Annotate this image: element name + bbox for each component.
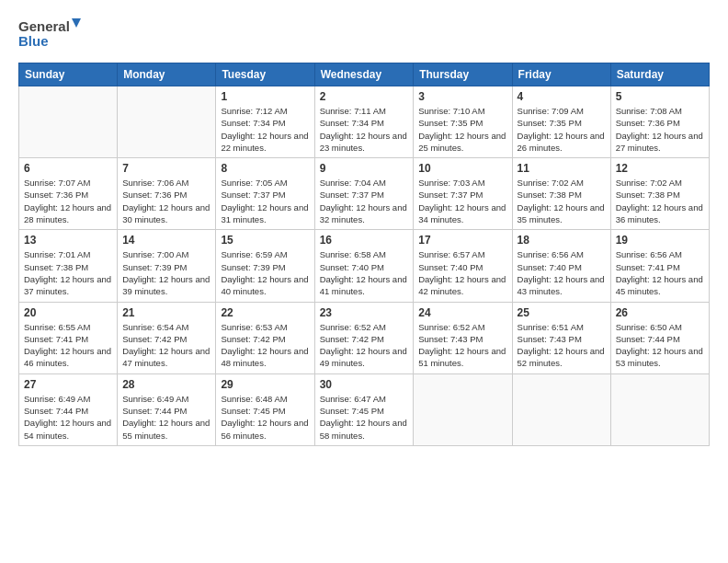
day-number: 8 — [221, 162, 309, 175]
day-info: Sunrise: 7:03 AM Sunset: 7:37 PM Dayligh… — [418, 177, 506, 225]
page-header: General Blue — [18, 15, 710, 55]
day-number: 2 — [320, 90, 409, 103]
day-number: 3 — [418, 90, 506, 103]
calendar-cell: 2Sunrise: 7:11 AM Sunset: 7:34 PM Daylig… — [314, 86, 414, 158]
day-info: Sunrise: 6:48 AM Sunset: 7:45 PM Dayligh… — [221, 393, 309, 442]
day-info: Sunrise: 6:49 AM Sunset: 7:44 PM Dayligh… — [24, 393, 112, 442]
calendar-cell: 6Sunrise: 7:07 AM Sunset: 7:36 PM Daylig… — [19, 158, 118, 230]
calendar-cell: 28Sunrise: 6:49 AM Sunset: 7:44 PM Dayli… — [118, 373, 216, 445]
calendar-cell: 27Sunrise: 6:49 AM Sunset: 7:44 PM Dayli… — [19, 373, 118, 445]
day-number: 28 — [122, 378, 210, 391]
calendar-cell: 14Sunrise: 7:00 AM Sunset: 7:39 PM Dayli… — [118, 230, 216, 302]
calendar-cell: 17Sunrise: 6:57 AM Sunset: 7:40 PM Dayli… — [414, 230, 512, 302]
calendar-cell: 11Sunrise: 7:02 AM Sunset: 7:38 PM Dayli… — [512, 158, 610, 230]
calendar-cell: 30Sunrise: 6:47 AM Sunset: 7:45 PM Dayli… — [314, 373, 414, 445]
calendar-week-row: 1Sunrise: 7:12 AM Sunset: 7:34 PM Daylig… — [19, 86, 710, 158]
day-number: 25 — [518, 306, 606, 319]
day-info: Sunrise: 6:59 AM Sunset: 7:39 PM Dayligh… — [221, 248, 309, 297]
calendar-cell: 10Sunrise: 7:03 AM Sunset: 7:37 PM Dayli… — [414, 158, 512, 230]
calendar-cell: 4Sunrise: 7:09 AM Sunset: 7:35 PM Daylig… — [512, 86, 610, 158]
day-info: Sunrise: 7:11 AM Sunset: 7:34 PM Dayligh… — [320, 105, 409, 154]
day-number: 27 — [24, 378, 112, 391]
day-number: 15 — [221, 234, 309, 247]
day-number: 11 — [518, 162, 606, 175]
day-number: 29 — [221, 378, 309, 391]
day-info: Sunrise: 6:52 AM Sunset: 7:42 PM Dayligh… — [320, 321, 409, 370]
calendar-cell: 20Sunrise: 6:55 AM Sunset: 7:41 PM Dayli… — [19, 302, 118, 373]
day-info: Sunrise: 7:01 AM Sunset: 7:38 PM Dayligh… — [24, 248, 112, 297]
svg-text:Blue: Blue — [18, 33, 49, 49]
calendar-cell: 15Sunrise: 6:59 AM Sunset: 7:39 PM Dayli… — [216, 230, 314, 302]
day-number: 9 — [320, 162, 409, 175]
calendar-cell: 29Sunrise: 6:48 AM Sunset: 7:45 PM Dayli… — [216, 373, 314, 445]
svg-text:General: General — [18, 18, 70, 34]
day-info: Sunrise: 6:49 AM Sunset: 7:44 PM Dayligh… — [122, 393, 210, 442]
day-number: 14 — [122, 234, 210, 247]
day-number: 1 — [221, 90, 309, 103]
day-info: Sunrise: 6:52 AM Sunset: 7:43 PM Dayligh… — [418, 321, 506, 370]
day-number: 23 — [320, 306, 409, 319]
calendar-week-row: 6Sunrise: 7:07 AM Sunset: 7:36 PM Daylig… — [19, 158, 710, 230]
day-number: 30 — [320, 378, 409, 391]
day-number: 12 — [616, 162, 704, 175]
calendar-week-row: 20Sunrise: 6:55 AM Sunset: 7:41 PM Dayli… — [19, 302, 710, 373]
calendar-cell: 24Sunrise: 6:52 AM Sunset: 7:43 PM Dayli… — [414, 302, 512, 373]
calendar-cell: 12Sunrise: 7:02 AM Sunset: 7:38 PM Dayli… — [610, 158, 709, 230]
day-number: 16 — [320, 234, 409, 247]
day-number: 17 — [418, 234, 506, 247]
calendar-cell: 16Sunrise: 6:58 AM Sunset: 7:40 PM Dayli… — [314, 230, 414, 302]
day-info: Sunrise: 7:04 AM Sunset: 7:37 PM Dayligh… — [320, 177, 409, 225]
day-of-week-header: Tuesday — [216, 63, 314, 86]
day-number: 4 — [518, 90, 606, 103]
calendar-cell: 21Sunrise: 6:54 AM Sunset: 7:42 PM Dayli… — [118, 302, 216, 373]
day-number: 22 — [221, 306, 309, 319]
calendar-cell: 5Sunrise: 7:08 AM Sunset: 7:36 PM Daylig… — [610, 86, 709, 158]
day-number: 26 — [616, 306, 704, 319]
calendar-cell: 25Sunrise: 6:51 AM Sunset: 7:43 PM Dayli… — [512, 302, 610, 373]
day-of-week-header: Sunday — [19, 63, 118, 86]
calendar-cell: 3Sunrise: 7:10 AM Sunset: 7:35 PM Daylig… — [414, 86, 512, 158]
day-info: Sunrise: 7:07 AM Sunset: 7:36 PM Dayligh… — [24, 177, 112, 225]
day-info: Sunrise: 6:58 AM Sunset: 7:40 PM Dayligh… — [320, 248, 409, 297]
day-info: Sunrise: 6:57 AM Sunset: 7:40 PM Dayligh… — [418, 248, 506, 297]
day-number: 13 — [24, 234, 112, 247]
calendar-cell: 19Sunrise: 6:56 AM Sunset: 7:41 PM Dayli… — [610, 230, 709, 302]
calendar-cell — [610, 373, 709, 445]
calendar-cell: 23Sunrise: 6:52 AM Sunset: 7:42 PM Dayli… — [314, 302, 414, 373]
calendar-week-row: 27Sunrise: 6:49 AM Sunset: 7:44 PM Dayli… — [19, 373, 710, 445]
calendar-cell: 26Sunrise: 6:50 AM Sunset: 7:44 PM Dayli… — [610, 302, 709, 373]
day-info: Sunrise: 6:56 AM Sunset: 7:41 PM Dayligh… — [616, 248, 704, 297]
day-info: Sunrise: 7:10 AM Sunset: 7:35 PM Dayligh… — [418, 105, 506, 154]
day-number: 24 — [418, 306, 506, 319]
day-number: 18 — [518, 234, 606, 247]
calendar-cell — [118, 86, 216, 158]
day-of-week-header: Thursday — [414, 63, 512, 86]
day-of-week-header: Friday — [512, 63, 610, 86]
calendar-header-row: SundayMondayTuesdayWednesdayThursdayFrid… — [19, 63, 710, 86]
svg-marker-2 — [72, 18, 81, 28]
day-info: Sunrise: 7:09 AM Sunset: 7:35 PM Dayligh… — [518, 105, 606, 154]
calendar-cell: 7Sunrise: 7:06 AM Sunset: 7:36 PM Daylig… — [118, 158, 216, 230]
day-info: Sunrise: 7:05 AM Sunset: 7:37 PM Dayligh… — [221, 177, 309, 225]
calendar-week-row: 13Sunrise: 7:01 AM Sunset: 7:38 PM Dayli… — [19, 230, 710, 302]
day-number: 5 — [616, 90, 704, 103]
calendar-cell: 1Sunrise: 7:12 AM Sunset: 7:34 PM Daylig… — [216, 86, 314, 158]
day-number: 6 — [24, 162, 112, 175]
day-info: Sunrise: 6:55 AM Sunset: 7:41 PM Dayligh… — [24, 321, 112, 370]
day-of-week-header: Monday — [118, 63, 216, 86]
day-info: Sunrise: 7:12 AM Sunset: 7:34 PM Dayligh… — [221, 105, 309, 154]
day-info: Sunrise: 7:06 AM Sunset: 7:36 PM Dayligh… — [122, 177, 210, 225]
day-info: Sunrise: 7:02 AM Sunset: 7:38 PM Dayligh… — [616, 177, 704, 225]
day-info: Sunrise: 6:47 AM Sunset: 7:45 PM Dayligh… — [320, 393, 409, 442]
logo-svg: General Blue — [18, 15, 83, 55]
day-number: 19 — [616, 234, 704, 247]
calendar-table: SundayMondayTuesdayWednesdayThursdayFrid… — [18, 63, 710, 446]
day-info: Sunrise: 7:00 AM Sunset: 7:39 PM Dayligh… — [122, 248, 210, 297]
day-number: 7 — [122, 162, 210, 175]
calendar-cell: 18Sunrise: 6:56 AM Sunset: 7:40 PM Dayli… — [512, 230, 610, 302]
calendar-cell — [512, 373, 610, 445]
day-info: Sunrise: 7:02 AM Sunset: 7:38 PM Dayligh… — [518, 177, 606, 225]
day-number: 21 — [122, 306, 210, 319]
day-info: Sunrise: 6:51 AM Sunset: 7:43 PM Dayligh… — [518, 321, 606, 370]
day-number: 10 — [418, 162, 506, 175]
